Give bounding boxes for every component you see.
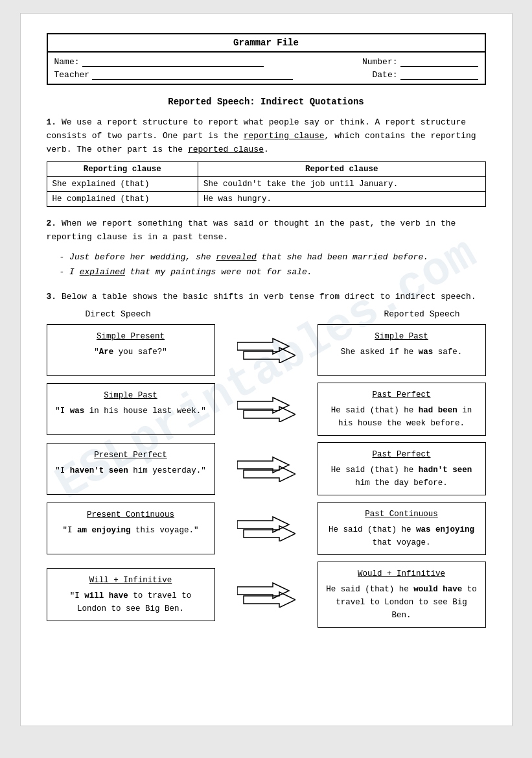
page-title: Reported Speech: Indirect Quotations	[47, 97, 486, 107]
bold-are: Are	[99, 348, 114, 357]
section-3-number: 3.	[47, 292, 57, 302]
direct-box-2: Simple Past "I was in his house last wee…	[47, 383, 215, 435]
date-line	[400, 69, 478, 80]
section-2: 2. When we report something that was sai…	[47, 217, 486, 279]
direct-title-3: Present Perfect	[54, 449, 208, 462]
direct-box-4: Present Continuous "I am enjoying this v…	[47, 503, 215, 554]
reported-title-1: Simple Past	[325, 330, 479, 343]
direct-title-1: Simple Present	[54, 330, 208, 343]
bold-would-have: would have	[413, 585, 462, 594]
bold-havent-seen: haven't seen	[70, 466, 128, 475]
explained-underline: explained	[80, 267, 125, 277]
row1-col1: She explained (that)	[47, 177, 198, 192]
direct-box-1: Simple Present "Are you safe?"	[47, 324, 215, 376]
name-line	[82, 56, 264, 67]
section-2-text: 2. When we report something that was sai…	[47, 217, 486, 244]
header-title: Grammar File	[48, 34, 485, 53]
arrow-icon-2	[237, 396, 295, 422]
teacher-line	[92, 69, 293, 80]
arrow-icon-4	[237, 515, 295, 541]
reported-title-5: Would + Infinitive	[325, 567, 479, 580]
direct-box-5: Will + Infinitive "I will have to travel…	[47, 568, 215, 621]
conversion-row-3: Present Perfect "I haven't seen him yest…	[47, 442, 486, 495]
direct-title-2: Simple Past	[54, 389, 208, 402]
bold-was-enjoying: was enjoying	[416, 525, 474, 534]
table-row: He complained (that) He was hungry.	[47, 192, 485, 207]
example-2: - I explained that my paintings were not…	[60, 265, 486, 279]
section-3-intro: 3. Below a table shows the basic shifts …	[47, 290, 486, 304]
col2-header: Reported clause	[198, 162, 485, 177]
bold-am-enjoying: am enjoying	[77, 526, 131, 535]
reported-box-5: Would + Infinitive He said (that) he wou…	[318, 562, 486, 628]
name-field: Name:	[54, 56, 264, 67]
arrow-4	[227, 515, 305, 541]
reporting-table: Reporting clause Reported clause She exp…	[47, 161, 486, 207]
header-box: Grammar File Name: Number: Teacher	[47, 33, 486, 85]
section-1-number: 1.	[47, 117, 57, 127]
bold-was-1: was	[419, 348, 434, 357]
date-field: Date:	[372, 69, 478, 80]
bold-will-have: will have	[84, 591, 128, 600]
arrow-5	[227, 582, 305, 608]
teacher-field: Teacher	[54, 69, 294, 80]
date-label: Date:	[372, 70, 397, 80]
table-row: She explained (that) She couldn't take t…	[47, 177, 485, 192]
direct-title-5: Will + Infinitive	[54, 574, 208, 587]
section-3: 3. Below a table shows the basic shifts …	[47, 290, 486, 628]
section3-col-labels: Direct Speech Reported Speech	[47, 309, 486, 319]
direct-title-4: Present Continuous	[54, 508, 208, 521]
row1-col2: She couldn't take the job until January.	[198, 177, 485, 192]
bold-hadnt-seen: hadn't seen	[419, 466, 472, 475]
header-row-2: Teacher Date:	[54, 69, 478, 80]
reported-title-2: Past Perfect	[325, 388, 479, 401]
reported-box-3: Past Perfect He said (that) he hadn't se…	[318, 442, 486, 495]
number-label: Number:	[362, 57, 398, 67]
revealed-underline: revealed	[216, 252, 256, 262]
arrow-icon-3	[237, 456, 295, 482]
arrow-icon-1	[237, 337, 295, 363]
direct-speech-label: Direct Speech	[86, 309, 151, 319]
section-1: 1. We use a report structure to report w…	[47, 116, 486, 207]
section-2-examples: - Just before her wedding, she revealed …	[60, 250, 486, 280]
example-1: - Just before her wedding, she revealed …	[60, 250, 486, 265]
name-label: Name:	[54, 57, 80, 67]
arrow-3	[227, 456, 305, 482]
arrow-icon-5	[237, 582, 295, 608]
reported-box-1: Simple Past She asked if he was safe.	[318, 324, 486, 376]
conversion-row-1: Simple Present "Are you safe?" Simple Pa…	[47, 324, 486, 376]
conversion-grid: Simple Present "Are you safe?" Simple Pa…	[47, 324, 486, 628]
row2-col2: He was hungry.	[198, 192, 485, 207]
conversion-row-2: Simple Past "I was in his house last wee…	[47, 383, 486, 436]
row2-col1: He complained (that)	[47, 192, 198, 207]
header-row-1: Name: Number:	[54, 56, 478, 67]
reported-box-4: Past Continuous He said (that) he was en…	[318, 502, 486, 555]
section-1-text: 1. We use a report structure to report w…	[47, 116, 486, 156]
reported-title-3: Past Perfect	[325, 448, 479, 461]
section-2-number: 2.	[47, 219, 57, 228]
number-line	[400, 56, 478, 67]
reported-clause-underline: reported clause	[188, 145, 264, 154]
direct-box-3: Present Perfect "I haven't seen him yest…	[47, 443, 215, 495]
bold-was-2: was	[70, 407, 85, 416]
reported-speech-label: Reported Speech	[384, 309, 459, 319]
bold-had-been: had been	[419, 406, 457, 415]
reported-title-4: Past Continuous	[325, 508, 479, 521]
number-field: Number:	[362, 56, 478, 67]
conversion-row-5: Will + Infinitive "I will have to travel…	[47, 562, 486, 628]
conversion-row-4: Present Continuous "I am enjoying this v…	[47, 502, 486, 555]
reporting-clause-underline: reporting clause	[244, 131, 325, 141]
arrow-2	[227, 396, 305, 422]
reported-box-2: Past Perfect He said (that) he had been …	[318, 383, 486, 436]
arrow-1	[227, 337, 305, 363]
teacher-label: Teacher	[54, 70, 90, 80]
col1-header: Reporting clause	[47, 162, 198, 177]
